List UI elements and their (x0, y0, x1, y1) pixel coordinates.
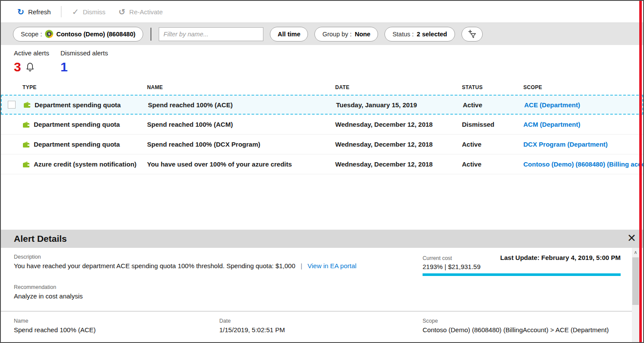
active-alerts-stat: Active alerts 3 (14, 49, 49, 76)
column-header-name[interactable]: NAME (147, 84, 335, 90)
cell-name: Spend reached 100% (ACM) (147, 121, 335, 128)
spending-quota-wallet-icon (23, 101, 31, 108)
cell-date: Wednesday, December 12, 2018 (335, 160, 462, 168)
cell-name: Spend reached 100% (ACE) (148, 101, 336, 109)
table-header-row: TYPE NAME DATE STATUS SCOPE (1, 80, 643, 95)
alerts-summary: Active alerts 3 Dismissed alerts 1 (1, 45, 643, 76)
alert-details-panel: Alert Details ✕ Description You have rea… (1, 230, 643, 342)
alerts-table: TYPE NAME DATE STATUS SCOPE Department s… (1, 80, 643, 174)
view-in-ea-portal-link[interactable]: View in EA portal (308, 262, 356, 269)
date-value: 1/15/2019, 5:02:51 PM (219, 326, 285, 333)
scope-link[interactable]: Contoso (Demo) (8608480) (Billing accoun… (523, 160, 643, 168)
current-cost-value: 2193% | $21,931.59 (423, 263, 621, 270)
alert-details-header: Alert Details ✕ (1, 230, 643, 248)
table-row[interactable]: Department spending quota Spend reached … (1, 135, 643, 154)
toolbar-divider (61, 6, 61, 17)
command-bar: ↻ Refresh ✓ Dismiss ↺ Re-Activate (1, 1, 643, 22)
scope-pill[interactable]: Scope : $ Contoso (Demo) (8608480) (13, 27, 143, 42)
cell-status: Active (462, 160, 523, 168)
analyze-in-cost-analysis-link[interactable]: Analyze in cost analysis (14, 292, 83, 300)
table-row[interactable]: Azure credit (system notification) You h… (1, 154, 643, 174)
cost-progress-bar (423, 273, 621, 276)
dismiss-button[interactable]: ✓ Dismiss (72, 8, 105, 16)
status-filter-label: Status : (392, 31, 413, 38)
spending-quota-wallet-icon (22, 141, 30, 148)
recommendation-label: Recommendation (14, 284, 83, 290)
scope-link[interactable]: DCX Program (Department) (523, 141, 608, 148)
scrollbar-up-icon[interactable]: ∧ (632, 248, 639, 255)
name-label: Name (14, 318, 96, 324)
dismiss-label: Dismiss (83, 8, 106, 16)
status-filter-pill[interactable]: Status : 2 selected (384, 27, 455, 42)
add-filter-button[interactable] (461, 27, 483, 42)
cell-date: Wednesday, December 12, 2018 (335, 141, 462, 148)
column-header-status[interactable]: STATUS (462, 84, 523, 90)
refresh-icon: ↻ (17, 8, 24, 16)
scope-value: Contoso (Demo) (8608480) (BillingAccount… (423, 326, 609, 333)
alert-details-title: Alert Details (14, 234, 67, 244)
last-update-text: Last Update: February 4, 2019, 5:00 PM (500, 254, 621, 261)
group-by-label: Group by : (322, 31, 352, 38)
column-header-date[interactable]: DATE (335, 84, 462, 90)
scope-donut-icon: $ (45, 30, 53, 38)
scope-link[interactable]: ACM (Department) (523, 121, 580, 128)
dismissed-alerts-label: Dismissed alerts (61, 49, 108, 57)
app-window: ↻ Refresh ✓ Dismiss ↺ Re-Activate Scope … (0, 0, 644, 343)
filter-bar: Scope : $ Contoso (Demo) (8608480) All t… (1, 22, 643, 45)
recommendation-section: Recommendation Analyze in cost analysis (14, 284, 83, 300)
add-filter-icon (467, 29, 477, 39)
checkmark-icon: ✓ (72, 8, 79, 16)
description-section: Description You have reached your depart… (14, 254, 403, 269)
filter-by-name-input[interactable] (159, 27, 263, 41)
refresh-button[interactable]: ↻ Refresh (17, 8, 51, 16)
screen-edge-highlight (639, 1, 642, 342)
alert-details-body: Description You have reached your depart… (1, 248, 643, 342)
cell-date: Tuesday, January 15, 2019 (336, 101, 463, 109)
cell-name: You have used over 100% of your azure cr… (147, 160, 335, 168)
refresh-label: Refresh (28, 8, 51, 16)
current-cost-section: Current cost Last Update: February 4, 20… (423, 254, 621, 276)
scope-pill-value: Contoso (Demo) (8608480) (56, 31, 135, 38)
filterbar-divider (151, 28, 151, 41)
cell-type: Department spending quota (34, 141, 120, 148)
close-icon[interactable]: ✕ (627, 232, 636, 244)
azure-credit-wallet-icon (22, 161, 30, 168)
group-by-value: None (355, 31, 370, 38)
description-label: Description (14, 254, 403, 260)
details-divider (1, 311, 632, 311)
time-range-value: All time (278, 31, 300, 38)
dismissed-alerts-count: 1 (61, 61, 68, 74)
cell-status: Active (463, 101, 524, 109)
scope-pill-label: Scope : (21, 31, 42, 38)
time-range-pill[interactable]: All time (270, 27, 308, 42)
cell-type: Azure credit (system notification) (34, 160, 137, 168)
reactivate-button[interactable]: ↺ Re-Activate (119, 8, 163, 16)
bell-icon (26, 62, 35, 72)
undo-arrow-icon: ↺ (119, 8, 125, 16)
active-alerts-label: Active alerts (14, 49, 49, 57)
table-row[interactable]: Department spending quota Spend reached … (1, 95, 643, 115)
column-header-scope[interactable]: SCOPE (523, 84, 643, 90)
spending-quota-wallet-icon (22, 121, 30, 128)
column-header-type[interactable]: TYPE (22, 84, 147, 90)
details-scrollbar[interactable]: ∧ (632, 248, 639, 342)
group-by-pill[interactable]: Group by : None (314, 27, 378, 42)
table-row[interactable]: Department spending quota Spend reached … (1, 115, 643, 135)
status-filter-value: 2 selected (417, 31, 447, 38)
name-value: Spend reached 100% (ACE) (14, 326, 96, 333)
cell-status: Dismissed (462, 121, 523, 128)
description-separator: | (301, 262, 302, 269)
scrollbar-thumb[interactable] (632, 257, 639, 305)
scope-link[interactable]: ACE (Department) (524, 101, 580, 109)
dismissed-alerts-stat: Dismissed alerts 1 (61, 49, 108, 76)
date-label: Date (219, 318, 285, 324)
cell-name: Spend reached 100% (DCX Program) (147, 141, 335, 148)
cell-type: Department spending quota (35, 101, 121, 109)
cell-date: Wednesday, December 12, 2018 (335, 121, 462, 128)
cell-status: Active (462, 141, 523, 148)
current-cost-label: Current cost (423, 255, 452, 261)
cell-type: Department spending quota (34, 121, 120, 128)
active-alerts-count: 3 (14, 61, 21, 74)
row-checkbox[interactable] (8, 101, 16, 109)
description-text: You have reached your department ACE spe… (14, 262, 295, 269)
